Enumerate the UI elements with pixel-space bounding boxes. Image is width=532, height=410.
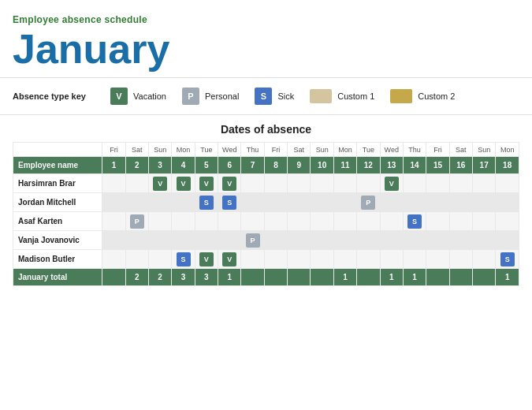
cell-4-15 [449,250,472,269]
key-item-1: PPersonal [182,88,239,105]
cell-2-13: S [403,212,426,231]
employee-row: Asaf KartenPS [13,212,519,231]
absence-key-label: Absence type key [13,91,91,101]
cell-2-0 [102,212,125,231]
cell-4-5: V [218,250,241,269]
cell-1-12 [380,193,403,212]
cell-2-17 [496,212,519,231]
cell-4-7 [264,250,287,269]
key-badge-1: P [182,88,199,105]
cell-4-9 [311,250,333,269]
cell-2-3 [172,212,195,231]
cell-0-13 [403,174,426,193]
total-value-13: 1 [403,269,426,286]
cell-3-7 [264,231,287,250]
cell-3-9 [311,231,333,250]
day-header-16: Sun [473,143,496,157]
cell-1-2 [148,193,171,212]
day-header-11: Tue [357,143,380,157]
total-value-14 [426,269,449,286]
header-section: Employee absence schedule January [0,0,532,78]
day-header-12: Wed [380,143,403,157]
cell-4-14 [426,250,449,269]
date-num-3: 4 [172,157,195,174]
date-num-16: 17 [473,157,496,174]
employee-name: Harsimran Brar [13,174,102,193]
total-value-17: 1 [496,269,519,286]
date-num-1: 2 [125,157,148,174]
date-num-7: 8 [264,157,287,174]
cell-2-4 [195,212,218,231]
cell-4-11 [357,250,380,269]
date-num-5: 6 [218,157,241,174]
cell-4-16 [473,250,496,269]
cell-1-16 [473,193,496,212]
total-row: January total223311111 [13,269,519,286]
date-num-8: 9 [288,157,311,174]
cell-3-16 [473,231,496,250]
month-title: January [13,28,519,69]
key-badge-0: V [110,88,128,105]
cell-2-15 [449,212,472,231]
employee-row: Jordan MitchellSSP [13,193,519,212]
dates-section: Dates of absence FriSatSunMonTueWedThuFr… [0,115,532,286]
absence-badge: V [385,177,399,191]
absence-badge: S [407,214,422,229]
cell-1-0 [102,193,125,212]
day-header-14: Fri [426,143,449,157]
cell-3-8 [288,231,311,250]
total-value-12: 1 [380,269,403,286]
employee-name: Vanja Jovanovic [13,231,102,250]
key-item-3: Custom 1 [310,89,374,103]
cell-2-12 [380,212,403,231]
day-header-0: Fri [102,143,125,157]
day-header-7: Fri [264,143,287,157]
cell-1-4: S [195,193,218,212]
absence-badge: V [199,177,214,191]
cell-0-2: V [148,174,171,193]
cell-3-1 [125,231,148,250]
key-items: VVacationPPersonalSSickCustom 1Custom 2 [110,88,455,105]
employee-name: Jordan Mitchell [13,193,102,212]
cell-0-12: V [380,174,403,193]
key-label-0: Vacation [133,91,166,101]
total-value-5: 1 [218,269,241,286]
cell-0-15 [449,174,472,193]
day-header-8: Sat [288,143,311,157]
col-header-th [13,143,102,157]
employee-name: Asaf Karten [13,212,102,231]
cell-4-17: S [496,250,519,269]
day-header-15: Sat [449,143,472,157]
cell-4-2 [148,250,171,269]
day-header-5: Wed [218,143,241,157]
absence-badge: V [222,177,236,191]
cell-3-2 [148,231,171,250]
key-badge-4 [390,89,412,103]
employee-row: Harsimran BrarVVVVV [13,174,519,193]
cell-2-8 [288,212,311,231]
cell-3-14 [426,231,449,250]
day-header-2: Sun [148,143,171,157]
total-value-15 [449,269,472,286]
cell-1-10 [333,193,356,212]
day-header-17: Mon [496,143,519,157]
cell-0-14 [426,174,449,193]
cell-2-10 [333,212,356,231]
date-number-row: Employee name 12345678910111213141516171… [13,157,519,174]
cell-4-3: S [172,250,195,269]
date-num-2: 3 [148,157,171,174]
cell-2-9 [311,212,333,231]
schedule-table: FriSatSunMonTueWedThuFriSatSunMonTueWedT… [13,142,519,286]
cell-3-6: P [241,231,264,250]
employee-row: Madison ButlerSVVS [13,250,519,269]
date-num-4: 5 [195,157,218,174]
total-label: January total [13,269,102,286]
cell-0-8 [288,174,311,193]
cell-0-4: V [195,174,218,193]
day-header-3: Mon [172,143,195,157]
total-value-10: 1 [333,269,356,286]
cell-0-3: V [172,174,195,193]
cell-3-5 [218,231,241,250]
absence-badge: V [153,177,167,191]
employee-name-col-header: Employee name [13,157,102,174]
